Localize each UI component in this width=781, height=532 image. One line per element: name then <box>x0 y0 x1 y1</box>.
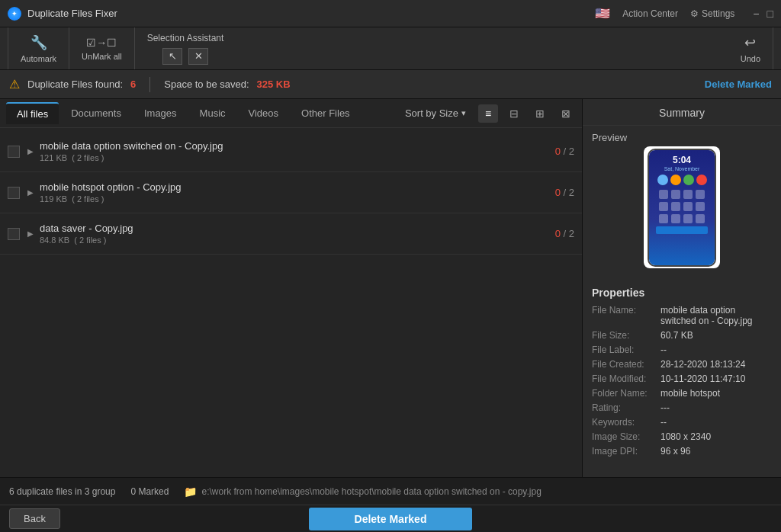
file-info-2: mobile hotspot option - Copy.jpg 119 KB … <box>40 181 555 204</box>
grid-dot <box>683 214 693 223</box>
selection-icons: ↖ ✕ <box>162 48 208 65</box>
action-center-button[interactable]: Action Center <box>622 8 678 19</box>
view-grid-button[interactable]: ⊞ <box>530 104 550 123</box>
expand-icon-2[interactable]: ▶ <box>27 188 34 197</box>
phone-dot-4 <box>696 175 707 185</box>
title-bar-right: 🇺🇸 Action Center ⚙ Settings − □ <box>595 6 773 21</box>
prop-key-created: File Created: <box>592 359 660 370</box>
sort-button[interactable]: Sort by Size <box>399 105 472 121</box>
prop-key-keywords: Keywords: <box>592 417 660 428</box>
marked-info: 0 Marked <box>130 486 169 497</box>
file-name-1: mobile data option switched on - Copy.jp… <box>40 140 555 152</box>
prop-row-folder: Folder Name: mobile hotspot <box>592 388 772 399</box>
toolbar: 🔧 Automark ☑→☐ UnMark all Selection Assi… <box>0 27 781 70</box>
undo-button[interactable]: ↩ Undo <box>728 27 773 69</box>
unmark-all-button[interactable]: ☑→☐ UnMark all <box>69 27 135 69</box>
selection-assistant-area: Selection Assistant ↖ ✕ <box>135 28 236 69</box>
tab-other-files[interactable]: Other Files <box>291 103 361 123</box>
status-path-text: e:\work from home\images\mobile hotspot\… <box>201 486 541 497</box>
prop-val-folder: mobile hotspot <box>660 388 772 399</box>
view-fullscreen-button[interactable]: ⊠ <box>556 104 576 123</box>
maximize-button[interactable]: □ <box>767 8 773 20</box>
file-checkbox-3[interactable] <box>8 228 20 240</box>
phone-dot-2 <box>670 175 681 185</box>
phone-dot-1 <box>657 175 668 185</box>
prop-key-filesize: File Size: <box>592 330 660 341</box>
grid-dot <box>683 202 693 211</box>
phone-mockup: 5:04 Sat, November <box>648 149 716 267</box>
file-info-1: mobile data option switched on - Copy.jp… <box>40 140 555 162</box>
preview-image: 5:04 Sat, November <box>644 146 720 268</box>
prop-row-filename: File Name: mobile data option switched o… <box>592 305 772 326</box>
settings-button[interactable]: ⚙ Settings <box>690 8 734 19</box>
minimize-button[interactable]: − <box>753 8 759 20</box>
tab-music[interactable]: Music <box>189 103 236 123</box>
grid-dot <box>696 202 705 211</box>
grid-dot <box>671 214 680 223</box>
prop-val-keywords: -- <box>660 417 772 428</box>
properties-section: Properties File Name: mobile data option… <box>583 280 781 477</box>
view-list-button[interactable]: ≡ <box>478 104 498 123</box>
file-info-3: data saver - Copy.jpg 84.8 KB ( 2 files … <box>40 223 555 245</box>
undo-icon: ↩ <box>744 34 756 51</box>
prop-key-filename: File Name: <box>592 305 660 316</box>
tab-images[interactable]: Images <box>133 103 188 123</box>
title-bar-left: ✦ Duplicate Files Fixer <box>8 7 117 21</box>
grid-dot <box>683 190 693 199</box>
automark-button[interactable]: 🔧 Automark <box>8 27 69 69</box>
delete-marked-button[interactable]: Delete Marked <box>309 508 473 530</box>
duplicate-count: 6 <box>130 79 136 90</box>
phone-subtitle: Sat, November <box>664 166 700 171</box>
prop-row-imagesize: Image Size: 1080 x 2340 <box>592 431 772 442</box>
table-row[interactable]: ▶ mobile data option switched on - Copy.… <box>0 134 582 168</box>
selection-assistant-label: Selection Assistant <box>147 33 224 43</box>
prop-row-modified: File Modified: 10-11-2020 11:47:10 <box>592 373 772 384</box>
tab-videos[interactable]: Videos <box>238 103 290 123</box>
view-compact-button[interactable]: ⊟ <box>504 104 524 123</box>
unmark-icon: ☑→☐ <box>86 37 117 49</box>
selection-icon-left[interactable]: ↖ <box>162 48 182 65</box>
file-meta-3: 84.8 KB ( 2 files ) <box>40 236 555 245</box>
space-saved: 325 KB <box>257 79 291 90</box>
notif-separator <box>149 77 150 92</box>
prop-val-filesize: 60.7 KB <box>660 330 772 341</box>
tab-documents[interactable]: Documents <box>60 103 132 123</box>
table-row[interactable]: ▶ data saver - Copy.jpg 84.8 KB ( 2 file… <box>0 216 582 251</box>
tab-bar-right: Sort by Size ≡ ⊟ ⊞ ⊠ <box>399 104 576 123</box>
table-row[interactable]: ▶ mobile hotspot option - Copy.jpg 119 K… <box>0 175 582 210</box>
phone-grid <box>659 190 705 223</box>
prop-key-modified: File Modified: <box>592 373 660 384</box>
app-icon: ✦ <box>8 7 21 21</box>
prop-val-dpi: 96 x 96 <box>660 446 772 457</box>
phone-bar <box>656 226 709 234</box>
file-count-1: 0 / 2 <box>555 146 574 157</box>
grid-dot <box>671 190 680 199</box>
warning-icon: ⚠ <box>9 77 20 91</box>
notif-text1: Duplicate Files found: <box>27 79 123 90</box>
prop-row-created: File Created: 28-12-2020 18:13:24 <box>592 359 772 370</box>
app-title: Duplicate Files Fixer <box>27 8 117 19</box>
selection-icon-right[interactable]: ✕ <box>188 48 208 65</box>
expand-icon-3[interactable]: ▶ <box>27 229 34 238</box>
prop-key-rating: Rating: <box>592 402 660 413</box>
file-checkbox-2[interactable] <box>8 187 20 199</box>
prop-key-filelabel: File Label: <box>592 345 660 355</box>
expand-icon-1[interactable]: ▶ <box>27 147 34 155</box>
notif-delete-button[interactable]: Delete Marked <box>705 79 772 90</box>
bottom-bar: Back Delete Marked <box>0 505 781 532</box>
phone-time: 5:04 <box>673 155 691 165</box>
automark-icon: 🔧 <box>31 34 47 51</box>
tab-all-files[interactable]: All files <box>6 102 59 124</box>
tab-bar: All files Documents Images Music Videos … <box>0 99 582 128</box>
prop-row-dpi: Image DPI: 96 x 96 <box>592 446 772 457</box>
notification-bar: ⚠ Duplicate Files found: 6 Space to be s… <box>0 70 781 99</box>
prop-row-filesize: File Size: 60.7 KB <box>592 330 772 341</box>
grid-dot <box>696 190 705 199</box>
sort-label: Sort by Size <box>405 107 458 119</box>
preview-label: Preview <box>583 126 781 146</box>
summary-title: Summary <box>583 99 781 126</box>
back-button[interactable]: Back <box>9 508 60 529</box>
title-bar: ✦ Duplicate Files Fixer 🇺🇸 Action Center… <box>0 0 781 27</box>
file-checkbox-1[interactable] <box>8 146 20 158</box>
prop-val-modified: 10-11-2020 11:47:10 <box>660 373 772 384</box>
